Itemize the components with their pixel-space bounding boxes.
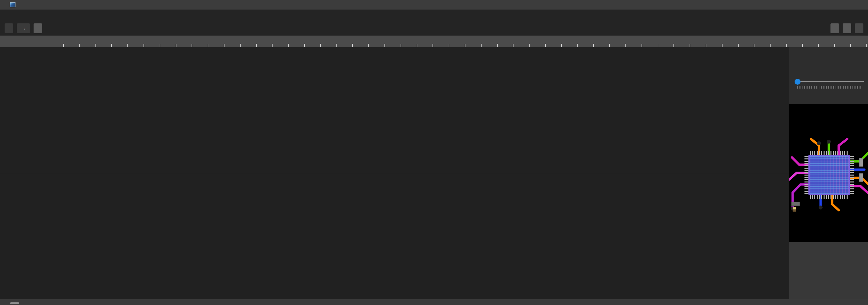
waveform-canvas[interactable] (0, 47, 789, 299)
adjustments-panel (789, 47, 868, 104)
ruler-ticks (63, 44, 868, 47)
chevron-down-icon: ∨ (23, 27, 26, 30)
slider-thumb[interactable] (795, 79, 801, 85)
minimize-icon[interactable] (823, 0, 838, 9)
sidebar (789, 47, 868, 299)
maximize-icon[interactable] (838, 0, 853, 9)
information-panel (789, 242, 868, 299)
app-window: ∨ (0, 0, 868, 305)
abort-button[interactable] (855, 23, 863, 33)
title-bar (0, 0, 868, 9)
slider-track[interactable] (795, 81, 864, 82)
waveform-area[interactable] (0, 47, 789, 299)
chip-pins-right (849, 156, 854, 194)
chip-die (808, 155, 850, 195)
horizontal-scrollbar[interactable] (0, 299, 868, 305)
repeat-last-capture-button[interactable] (831, 23, 839, 33)
horizontal-scrollbar-thumb[interactable] (10, 302, 19, 304)
samples-slider[interactable] (795, 79, 864, 85)
close-icon[interactable] (853, 0, 868, 9)
current-value-row (795, 93, 798, 98)
mascot-figure (793, 207, 796, 212)
port-select[interactable]: ∨ (17, 23, 30, 33)
refresh-button[interactable] (5, 23, 13, 33)
chip-pins-bottom (810, 195, 848, 199)
menu-bar (0, 9, 868, 21)
close-device-button[interactable] (34, 23, 42, 33)
capture-button[interactable] (843, 23, 851, 33)
window-controls (823, 0, 868, 9)
logo-image (789, 109, 868, 242)
app-icon (10, 2, 16, 7)
sample-ruler[interactable] (0, 36, 868, 47)
toolbar: ∨ (0, 21, 868, 36)
slider-ticks (797, 86, 861, 89)
